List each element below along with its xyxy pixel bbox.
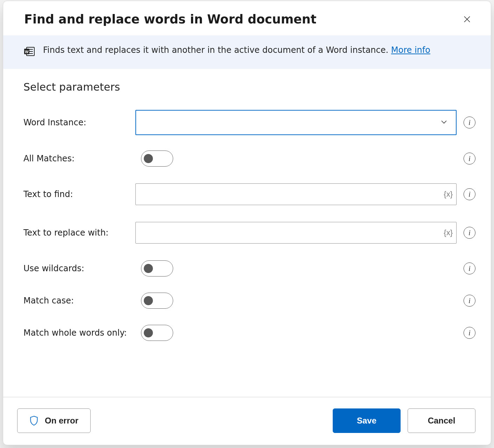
on-error-button[interactable]: On error [17, 408, 91, 433]
label-text-to-replace: Text to replace with: [23, 228, 135, 238]
footer-actions: Save Cancel [333, 408, 475, 433]
toggle-knob [144, 328, 153, 337]
row-use-wildcards: Use wildcards: i [23, 250, 475, 283]
info-icon[interactable]: i [464, 327, 475, 339]
word-instance-dropdown[interactable] [135, 110, 457, 135]
dialog-description: Finds text and replaces it with another … [43, 45, 391, 55]
info-banner: W Finds text and replaces it with anothe… [3, 35, 491, 69]
shield-icon [29, 415, 38, 426]
label-text-to-find: Text to find: [23, 189, 135, 199]
text-to-replace-input-wrapper: {x} [135, 222, 457, 244]
label-use-wildcards: Use wildcards: [23, 264, 135, 273]
dialog-body: Select parameters Word Instance: i All M… [3, 69, 491, 397]
row-word-instance: Word Instance: i [23, 104, 475, 141]
info-icon[interactable]: i [464, 227, 475, 239]
dialog-title: Find and replace words in Word document [24, 12, 317, 26]
row-text-to-find: Text to find: {x} i [23, 173, 475, 211]
info-icon[interactable]: i [464, 117, 475, 128]
cancel-button[interactable]: Cancel [408, 408, 475, 433]
row-all-matches: All Matches: i [23, 141, 475, 173]
toggle-knob [144, 264, 153, 273]
info-icon[interactable]: i [464, 262, 475, 274]
label-word-instance: Word Instance: [23, 118, 135, 127]
toggle-knob [144, 154, 153, 163]
toggle-knob [144, 296, 153, 305]
info-icon[interactable]: i [464, 188, 475, 200]
label-match-case: Match case: [23, 296, 135, 306]
dialog-header: Find and replace words in Word document [3, 1, 491, 35]
section-title: Select parameters [23, 81, 475, 93]
row-match-case: Match case: i [23, 283, 475, 315]
info-text: Finds text and replaces it with another … [43, 45, 430, 55]
info-icon[interactable]: i [464, 295, 475, 307]
match-case-toggle[interactable] [141, 293, 173, 309]
save-button[interactable]: Save [333, 408, 401, 433]
row-match-whole: Match whole words only: i [23, 315, 475, 347]
label-match-whole: Match whole words only: [23, 328, 135, 338]
find-replace-dialog: Find and replace words in Word document … [3, 1, 491, 445]
label-all-matches: All Matches: [23, 154, 135, 163]
info-icon[interactable]: i [464, 153, 475, 164]
close-icon [463, 15, 471, 23]
match-whole-toggle[interactable] [141, 325, 173, 341]
text-to-replace-input[interactable] [136, 222, 456, 243]
row-text-to-replace: Text to replace with: {x} i [23, 211, 475, 250]
use-wildcards-toggle[interactable] [141, 260, 173, 276]
chevron-down-icon [440, 118, 448, 127]
text-to-find-input-wrapper: {x} [135, 183, 457, 205]
text-to-find-input[interactable] [136, 184, 456, 205]
svg-text:W: W [25, 50, 29, 54]
word-app-icon: W [24, 47, 35, 58]
close-button[interactable] [461, 13, 473, 26]
more-info-link[interactable]: More info [391, 45, 430, 55]
on-error-label: On error [45, 416, 78, 426]
dialog-footer: On error Save Cancel [3, 397, 491, 445]
all-matches-toggle[interactable] [141, 150, 173, 167]
